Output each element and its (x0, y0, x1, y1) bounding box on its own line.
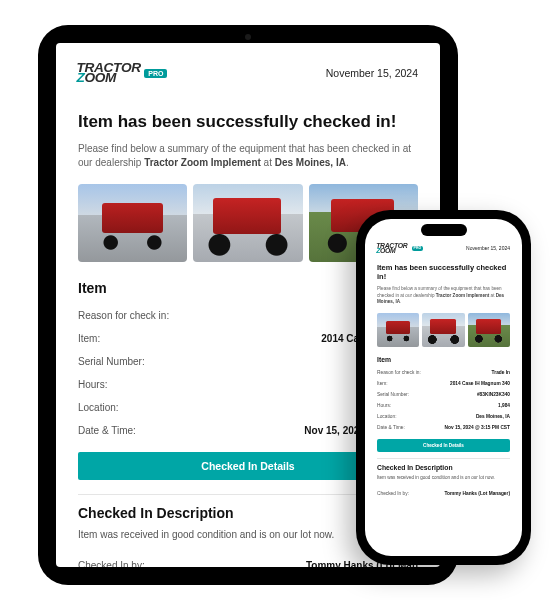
label-datetime: Date & Time: (377, 425, 405, 430)
brand-logo-text: TRACTOR ZOOM (76, 63, 140, 84)
row-item: Item: 2014 Case IH Magnum 340 (377, 378, 510, 389)
row-datetime: Date & Time: Nov 15, 2024 @ 3:15 PM CST (377, 422, 510, 433)
intro-post: . (346, 157, 349, 168)
intro-dealer: Tractor Zoom Implement (436, 293, 490, 298)
brand-logo-text: TRACTOR ZOOM (376, 243, 407, 253)
equipment-photo-1[interactable] (377, 313, 419, 347)
email-header: TRACTOR ZOOM PRO November 15, 2024 (377, 243, 510, 253)
value-serial: #83KIN23K340 (477, 392, 510, 397)
label-location: Location: (78, 402, 119, 413)
row-reason: Reason for check in: Trade In (377, 367, 510, 378)
row-location: Location: Des Moines, IA (377, 411, 510, 422)
equipment-photos (377, 313, 510, 347)
label-hours: Hours: (78, 379, 107, 390)
value-item: 2014 Case IH Magnum 340 (450, 381, 510, 386)
label-reason: Reason for check in: (78, 310, 169, 321)
brand-line2-rest: OOM (85, 70, 117, 85)
row-hours: Hours: 1,984 (377, 400, 510, 411)
phone-screen: TRACTOR ZOOM PRO November 15, 2024 Item … (365, 219, 522, 556)
label-serial: Serial Number: (377, 392, 409, 397)
brand-logo: TRACTOR ZOOM PRO (78, 63, 167, 84)
phone-dynamic-island (421, 224, 467, 236)
tablet-camera (245, 34, 251, 40)
intro-text: Please find below a summary of the equip… (377, 286, 510, 305)
equipment-photo-2[interactable] (193, 184, 302, 262)
divider (377, 458, 510, 459)
row-checked-in-by: Checked In by: Tommy Hanks (Lot Manager) (377, 488, 510, 499)
email-header: TRACTOR ZOOM PRO November 15, 2024 (78, 63, 418, 84)
equipment-photo-3[interactable] (468, 313, 510, 347)
row-serial: Serial Number: #83KIN23K340 (377, 389, 510, 400)
equipment-photo-1[interactable] (78, 184, 187, 262)
phone-device-frame: TRACTOR ZOOM PRO November 15, 2024 Item … (356, 210, 531, 565)
label-checked-in-by: Checked In by: (377, 491, 409, 496)
brand-line2-accent: Z (76, 70, 84, 85)
email-date: November 15, 2024 (326, 67, 418, 79)
brand-logo: TRACTOR ZOOM PRO (377, 243, 423, 253)
value-reason: Trade In (492, 370, 510, 375)
section-item-heading: Item (377, 356, 510, 363)
value-checked-in-by: Tommy Hanks (Lot Manager) (445, 491, 510, 496)
intro-dealer: Tractor Zoom Implement (144, 157, 261, 168)
label-serial: Serial Number: (78, 356, 145, 367)
email-date: November 15, 2024 (466, 245, 510, 251)
label-datetime: Date & Time: (78, 425, 136, 436)
description-text: Item was received in good condition and … (377, 475, 510, 480)
intro-loc: Des Moines, IA (275, 157, 346, 168)
value-datetime: Nov 15, 2024 @ 3:15 PM CST (445, 425, 510, 430)
label-item: Item: (78, 333, 100, 344)
value-location: Des Moines, IA (476, 414, 510, 419)
brand-badge: PRO (412, 246, 424, 251)
page-title: Item has been successfully checked in! (78, 112, 418, 132)
label-item: Item: (377, 381, 388, 386)
page-title: Item has been successfully checked in! (377, 263, 510, 281)
checked-in-details-button[interactable]: Checked In Details (377, 439, 510, 452)
label-hours: Hours: (377, 403, 391, 408)
section-desc-heading: Checked In Description (377, 464, 510, 471)
equipment-photo-2[interactable] (422, 313, 464, 347)
intro-post: . (400, 299, 401, 304)
label-reason: Reason for check in: (377, 370, 421, 375)
label-checked-in-by: Checked In by: (78, 560, 145, 567)
brand-line2-rest: OOM (380, 247, 395, 254)
label-location: Location: (377, 414, 396, 419)
value-hours: 1,984 (498, 403, 510, 408)
brand-badge: PRO (144, 69, 167, 78)
intro-mid: at (261, 157, 275, 168)
intro-text: Please find below a summary of the equip… (78, 142, 418, 170)
